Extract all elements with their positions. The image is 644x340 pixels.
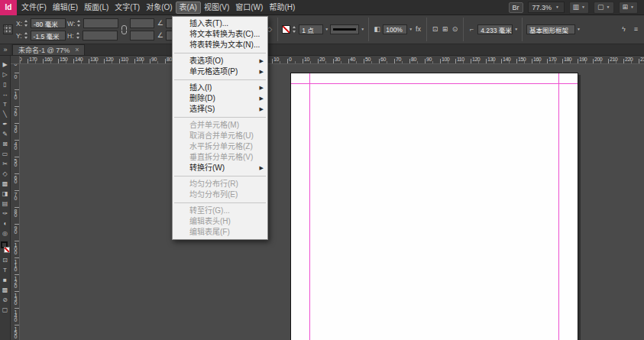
- tool-rectangle-tool[interactable]: ▭: [0, 149, 11, 159]
- menu-item-cell-options[interactable]: 单元格选项(P)▶: [173, 66, 267, 77]
- vertical-ruler[interactable]: 2010010203040506070809010011012013014015…: [11, 64, 20, 340]
- x-value-input[interactable]: -80 毫米: [31, 18, 66, 28]
- effects-icon[interactable]: fx: [414, 24, 422, 34]
- tool-scissors-tool[interactable]: ✂: [0, 159, 11, 169]
- y-position-field[interactable]: Y: -1.5 毫米: [16, 31, 66, 40]
- menu-item-delete[interactable]: 删除(D)▶: [173, 93, 267, 104]
- screen-mode-button-toolbar[interactable]: ▢: [0, 305, 11, 315]
- tool-note-tool[interactable]: ▤: [0, 199, 11, 209]
- apply-gradient-button[interactable]: ▩: [0, 285, 11, 295]
- x-position-field[interactable]: X: -80 毫米: [16, 18, 66, 28]
- arrange-documents-button[interactable]: ⊞ ▼: [619, 2, 639, 14]
- stroke-type-dropdown[interactable]: [330, 24, 359, 34]
- menu-item-select[interactable]: 选择(S)▶: [173, 104, 267, 115]
- chevron-down-icon[interactable]: ▼: [361, 28, 364, 31]
- tool-page-tool[interactable]: ▯: [0, 79, 11, 89]
- reference-point-proxy[interactable]: [3, 24, 13, 34]
- document-tab[interactable]: 未命名-1 @ 77% ×: [12, 44, 85, 55]
- constrain-proportions-link-icon[interactable]: [121, 25, 127, 34]
- fill-swatch[interactable]: [4, 247, 10, 253]
- scale-y-field[interactable]: [130, 31, 154, 40]
- opacity-input[interactable]: 100%: [383, 24, 407, 34]
- stepper-icon[interactable]: [292, 25, 297, 34]
- menu-item-convert-text-to-table[interactable]: 将文本转换为表(C)...: [173, 29, 267, 40]
- tool-selection-tool[interactable]: ▶: [0, 60, 11, 70]
- menubar-item-help[interactable]: 帮助(H): [266, 2, 298, 14]
- menu-item-label: 编辑表尾(F): [189, 228, 230, 236]
- formatting-affects-container-button[interactable]: ⊡: [0, 255, 11, 265]
- fill-stroke-swatches[interactable]: [1, 241, 10, 253]
- tool-gradient-swatch-tool[interactable]: ▩: [0, 179, 11, 189]
- tool-gap-tool[interactable]: ↔: [0, 89, 11, 99]
- apply-none-button[interactable]: ⊘: [0, 295, 11, 305]
- menubar-item-layout[interactable]: 版面(L): [81, 2, 112, 14]
- stepper-icon[interactable]: [76, 19, 82, 28]
- menu-item-convert-table-to-text[interactable]: 将表转换为文本(N)...: [173, 40, 267, 50]
- tool-direct-selection-tool[interactable]: ▷: [0, 70, 11, 79]
- stepper-icon[interactable]: [24, 19, 29, 28]
- view-options-button[interactable]: ▥ ▼: [569, 2, 589, 14]
- screen-mode-button[interactable]: ▢ ▼: [594, 2, 613, 14]
- menubar-item-table[interactable]: 表(A): [176, 2, 201, 14]
- menu-item-label: 将表转换为文本(N)...: [189, 40, 260, 49]
- menu-item-insert[interactable]: 插入(I)▶: [173, 83, 267, 93]
- apply-color-button[interactable]: ■: [0, 275, 11, 285]
- quick-apply-icon[interactable]: ϟ: [620, 24, 628, 34]
- stepper-icon[interactable]: [24, 31, 29, 40]
- margin-guide-right: [558, 73, 559, 340]
- menubar-item-type[interactable]: 文字(T): [112, 2, 143, 14]
- fit-content-to-frame-icon[interactable]: ⊞: [441, 24, 449, 34]
- horizontal-ruler[interactable]: 1801701601501401301201101009080706050403…: [20, 56, 644, 64]
- document-page[interactable]: [290, 73, 578, 340]
- width-field[interactable]: W:: [67, 18, 118, 28]
- tool-hand-tool[interactable]: ◖: [0, 219, 11, 228]
- chevron-down-icon[interactable]: ▼: [409, 28, 413, 31]
- tool-line-tool[interactable]: ╲: [0, 109, 11, 119]
- fit-frame-to-content-icon[interactable]: ⊡: [431, 24, 439, 34]
- menu-item-convert-rows[interactable]: 转换行(W)▶: [173, 163, 267, 173]
- menubar-item-view[interactable]: 视图(V): [201, 2, 232, 14]
- menu-item-insert-table[interactable]: 插入表(T)...: [173, 18, 267, 29]
- tool-pen-tool[interactable]: ✒: [0, 119, 11, 129]
- control-panel-menu-icon[interactable]: ≡: [632, 24, 640, 34]
- h-value-input[interactable]: [83, 31, 118, 40]
- ruler-tick-icon: [15, 106, 19, 107]
- chevron-down-icon[interactable]: ▼: [325, 28, 328, 31]
- ruler-origin-corner[interactable]: [11, 56, 20, 64]
- stepper-icon[interactable]: [76, 31, 81, 40]
- tool-zoom-tool[interactable]: ◎: [0, 228, 11, 238]
- toolbar-collapse-chevrons[interactable]: »: [0, 44, 11, 56]
- zoom-level-control[interactable]: 77.3% ▼: [528, 2, 565, 13]
- corner-size-input[interactable]: 4.233 毫米: [477, 24, 513, 34]
- chevron-down-icon[interactable]: ▼: [514, 28, 518, 31]
- chevron-down-icon[interactable]: ▼: [577, 28, 581, 31]
- ruler-number: 100: [136, 57, 144, 62]
- scale-y-input[interactable]: [130, 31, 154, 40]
- tool-eyedropper-tool[interactable]: ✑: [0, 209, 11, 219]
- ruler-number: 230: [640, 57, 644, 62]
- tool-rectangle-frame-tool[interactable]: ⊠: [0, 139, 11, 149]
- height-field[interactable]: H:: [67, 31, 118, 40]
- tool-gradient-feather-tool[interactable]: ◨: [0, 189, 11, 199]
- scale-x-input[interactable]: [130, 18, 154, 28]
- object-style-dropdown[interactable]: 基本图形框架: [526, 24, 575, 34]
- stroke-weight-input[interactable]: 1 点: [299, 24, 323, 34]
- center-content-icon[interactable]: ⊙: [451, 24, 459, 34]
- fill-color-swatch[interactable]: [282, 25, 290, 34]
- close-icon[interactable]: ×: [75, 47, 79, 53]
- formatting-affects-text-button[interactable]: T: [0, 265, 11, 275]
- scale-x-field[interactable]: [130, 18, 154, 28]
- w-value-input[interactable]: [83, 18, 118, 28]
- y-value-input[interactable]: -1.5 毫米: [31, 31, 66, 40]
- tool-pencil-tool[interactable]: ✎: [0, 129, 11, 139]
- bridge-button[interactable]: Br: [509, 2, 523, 13]
- menu-item-table-options[interactable]: 表选项(O)▶: [173, 56, 267, 66]
- menubar-item-window[interactable]: 窗口(W): [232, 2, 266, 14]
- menu-item-merge-cells: 合并单元格(M): [173, 120, 267, 131]
- menubar-item-file[interactable]: 文件(F): [18, 2, 50, 14]
- tool-free-transform-tool[interactable]: ◇: [0, 169, 11, 179]
- pasteboard[interactable]: [20, 64, 644, 340]
- menubar-item-object[interactable]: 对象(O): [143, 2, 175, 14]
- menubar-item-edit[interactable]: 编辑(E): [50, 2, 81, 14]
- tool-type-tool[interactable]: T: [0, 99, 11, 109]
